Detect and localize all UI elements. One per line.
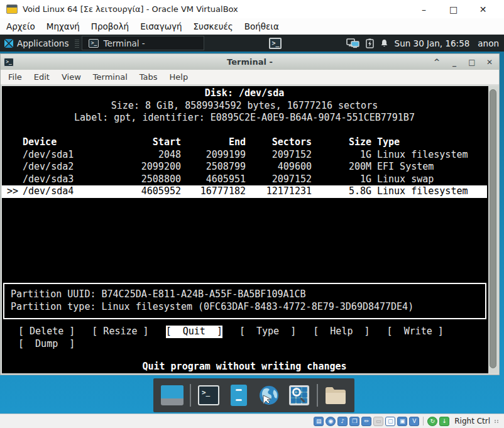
maximize-icon[interactable]: □: [466, 58, 478, 67]
minimize-icon[interactable]: _: [448, 58, 461, 67]
notifications-bell-icon[interactable]: [380, 38, 389, 48]
usb-icon[interactable]: ✏: [361, 417, 371, 426]
vm-window-icon: [6, 4, 18, 14]
tray-terminal-icon[interactable]: >_: [269, 37, 282, 49]
menu-view[interactable]: Προβολή: [91, 21, 129, 31]
dock: >_: [153, 378, 354, 412]
host-window-title: Void Linux 64 [Σε λειτουργία] - Oracle V…: [23, 4, 238, 14]
close-icon[interactable]: ✕: [468, 4, 498, 14]
recording-icon[interactable]: ▣: [397, 417, 407, 426]
partition-type-line: Partition type: Linux filesystem (0FC63D…: [11, 301, 479, 314]
table-row[interactable]: /dev/sda1 2048 2099199 2097152 1G Linux …: [2, 149, 487, 162]
minimize-icon[interactable]: –: [409, 4, 439, 14]
disk-line: Disk: /dev/sda: [2, 87, 487, 100]
host-titlebar: Void Linux 64 [Σε λειτουργία] - Oracle V…: [0, 0, 504, 18]
hard-disks-icon[interactable]: ▤: [314, 417, 324, 426]
label-line: Label: gpt, identifier: E0895C2E-A0E9-B6…: [2, 112, 487, 124]
tmenu-terminal[interactable]: Terminal: [93, 72, 128, 82]
write-button[interactable]: [ Write ]: [387, 326, 444, 338]
dock-separator: [317, 384, 318, 407]
menu-help[interactable]: Βοήθεια: [244, 21, 279, 31]
network-icon[interactable]: [346, 38, 360, 48]
shared-folders-icon[interactable]: ▭: [373, 417, 383, 426]
audio-icon[interactable]: ♪: [337, 417, 348, 426]
vm-top-panel: Applications >_ Terminal - >_: [0, 35, 504, 52]
terminal-menubar: File Edit View Terminal Tabs Help: [1, 70, 499, 85]
table-header-row: Device Start End Sectors Size Type: [2, 136, 487, 149]
maximize-icon[interactable]: □: [439, 4, 468, 14]
terminal-icon: >_: [4, 58, 14, 67]
tmenu-tabs[interactable]: Tabs: [140, 72, 158, 82]
menu-devices[interactable]: Συσκευές: [194, 21, 233, 31]
tmenu-file[interactable]: File: [8, 72, 22, 82]
host-key-label: Right Ctrl: [454, 417, 490, 425]
taskbar-button-label: Terminal -: [103, 38, 145, 48]
void-logo-icon: [4, 38, 14, 48]
application-finder-icon[interactable]: [287, 382, 312, 409]
table-row[interactable]: /dev/sda2 2099200 2508799 409600 200M EF…: [2, 161, 487, 173]
delete-button[interactable]: [ Delete ]: [18, 326, 75, 338]
table-row[interactable]: /dev/sda3 2508800 4605951 2097152 1G Lin…: [2, 173, 487, 186]
tmenu-help[interactable]: Help: [170, 72, 189, 82]
applications-label: Applications: [17, 38, 68, 48]
menu-file[interactable]: Αρχείο: [6, 21, 35, 31]
virtualbox-statusbar: ▤ ◉ ♪ ❒ ✏ ▭ ▢ ▣ V ↻ ↓ Right Ctrl: [0, 414, 504, 428]
quit-button[interactable]: [ Quit ]: [166, 326, 222, 338]
cfdisk-header: Disk: /dev/sda Size: 8 GiB, 8589934592 b…: [2, 87, 487, 124]
panel-handle: [75, 38, 79, 48]
partition-uuid-line: Partition UUID: B74C25DA-E811-A24B-A55F-…: [11, 288, 479, 301]
dock-separator: [190, 384, 191, 407]
help-button[interactable]: [ Help ]: [313, 326, 370, 338]
statusbar-separator: [423, 417, 424, 425]
resize-grip[interactable]: [495, 420, 499, 423]
file-folder-icon[interactable]: [323, 382, 348, 409]
terminal-titlebar[interactable]: >_ Terminal - ^ _ □ ✕: [1, 54, 499, 70]
tmenu-view[interactable]: View: [62, 72, 81, 82]
terminal-icon: >_: [89, 39, 99, 48]
terminal-window: >_ Terminal - ^ _ □ ✕ File Edit View Ter…: [0, 53, 500, 375]
table-row-selected[interactable]: >> /dev/sda4 4605952 16777182 12171231 5…: [2, 185, 487, 198]
terminal-launcher-icon[interactable]: >_: [196, 382, 221, 409]
resize-button[interactable]: [ Resize ]: [92, 326, 148, 338]
taskbar-terminal-button[interactable]: >_ Terminal -: [82, 36, 204, 50]
size-line: Size: 8 GiB, 8589934592 bytes, 16777216 …: [2, 100, 487, 112]
tmenu-edit[interactable]: Edit: [34, 72, 50, 82]
keyboard-capture-icon[interactable]: ↓: [439, 417, 449, 426]
battery-icon[interactable]: [366, 38, 374, 48]
dump-button[interactable]: [ Dump ]: [18, 338, 75, 351]
file-manager-icon[interactable]: [226, 382, 251, 409]
vm-features-icon[interactable]: V: [409, 417, 419, 426]
panel-username: anon: [478, 38, 499, 48]
display-icon[interactable]: ▢: [385, 417, 395, 426]
host-menubar: Αρχείο Μηχανή Προβολή Εισαγωγή Συσκευές …: [0, 18, 504, 35]
optical-drives-icon[interactable]: ◉: [326, 417, 336, 426]
menu-input[interactable]: Εισαγωγή: [140, 21, 182, 31]
vm-display: >_ Terminal - ^ _ □ ✕ File Edit View Ter…: [0, 35, 504, 414]
show-desktop-icon[interactable]: [160, 382, 185, 409]
close-icon[interactable]: ✕: [483, 58, 496, 67]
terminal-title: Terminal -: [1, 57, 499, 67]
mouse-integration-icon[interactable]: ↻: [427, 417, 437, 426]
cfdisk-menu: [ Delete ] [ Resize ] [ Quit ] [ Type ] …: [2, 326, 487, 350]
terminal-screen[interactable]: Disk: /dev/sda Size: 8 GiB, 8589934592 b…: [2, 86, 498, 373]
menu-machine[interactable]: Μηχανή: [47, 21, 80, 31]
web-browser-icon[interactable]: [256, 382, 282, 409]
partition-info-box: Partition UUID: B74C25DA-E811-A24B-A55F-…: [3, 283, 486, 319]
scrollbar-thumb[interactable]: [490, 89, 496, 368]
shade-icon[interactable]: ^: [430, 58, 443, 67]
panel-clock: Sun 30 Jan, 16:58: [395, 38, 470, 48]
applications-menu-button[interactable]: Applications: [0, 35, 72, 52]
terminal-scrollbar[interactable]: [488, 86, 498, 373]
status-message: Quit program without writing changes: [2, 361, 487, 373]
partition-table: Device Start End Sectors Size Type /dev/…: [2, 136, 487, 198]
network-adapter-icon[interactable]: ❒: [349, 417, 359, 426]
vm-desktop[interactable]: >_ Terminal - ^ _ □ ✕ File Edit View Ter…: [0, 52, 504, 414]
type-button[interactable]: [ Type ]: [239, 326, 296, 338]
